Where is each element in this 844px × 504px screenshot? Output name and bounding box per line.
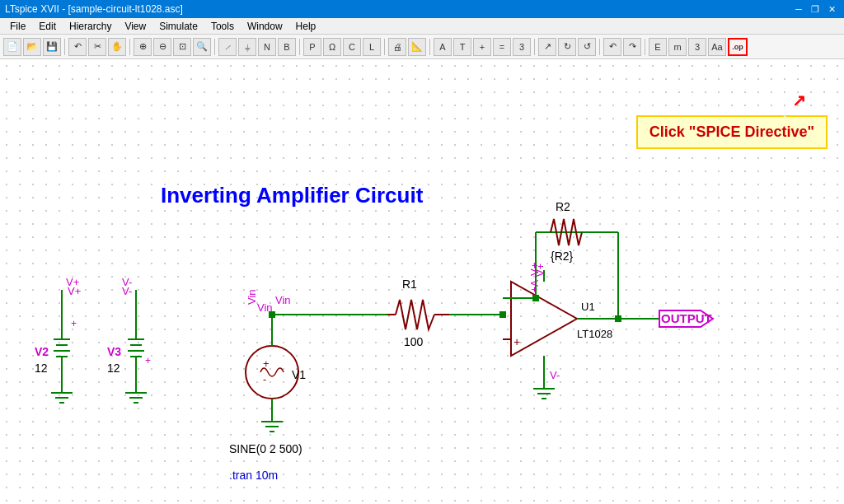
close-button[interactable]: ✕	[824, 2, 839, 16]
svg-text:+: +	[145, 355, 151, 366]
em-button[interactable]: E	[649, 38, 667, 56]
menu-window[interactable]: Window	[241, 19, 289, 34]
svg-text:U1: U1	[581, 301, 595, 313]
spice-tooltip-text: Click "SPICE Directive"	[649, 124, 814, 140]
redo2-button[interactable]: ↷	[623, 38, 641, 56]
svg-text:V+: V+	[68, 285, 81, 297]
svg-text:V3: V3	[107, 345, 121, 358]
svg-text:Vin: Vin	[275, 294, 291, 306]
minimize-button[interactable]: ─	[791, 2, 806, 16]
menu-simulate[interactable]: Simulate	[152, 19, 204, 34]
menu-edit[interactable]: Edit	[32, 19, 63, 34]
svg-text:+: +	[71, 318, 77, 329]
svg-text:12: 12	[35, 362, 48, 375]
svg-text:OUTPUT: OUTPUT	[661, 311, 712, 325]
svg-text:.tran 10m: .tran 10m	[229, 469, 278, 482]
separator-6	[429, 39, 430, 55]
separator-2	[129, 39, 130, 55]
separator-3	[214, 39, 215, 55]
eq-button[interactable]: =	[493, 38, 511, 56]
window-title: LTspice XVII - [sample-circuit-lt1028.as…	[5, 3, 183, 15]
spice-tooltip-balloon: Click "SPICE Directive"	[636, 115, 828, 149]
ind-button[interactable]: L	[363, 38, 381, 56]
bus-button[interactable]: B	[278, 38, 296, 56]
svg-text:V1: V1	[292, 368, 306, 381]
svg-text:12: 12	[107, 362, 120, 375]
zoom-out-button[interactable]: ⊖	[153, 38, 171, 56]
menu-file[interactable]: File	[3, 19, 32, 34]
component-button[interactable]: P	[303, 38, 321, 56]
menu-view[interactable]: View	[118, 19, 152, 34]
arrow-button[interactable]: ↗	[538, 38, 556, 56]
title-bar: LTspice XVII - [sample-circuit-lt1028.as…	[0, 0, 844, 18]
svg-text:Vin: Vin	[246, 289, 258, 305]
svg-text:Vin: Vin	[257, 301, 273, 314]
svg-rect-51	[499, 311, 506, 318]
rotate-button[interactable]: ↻	[558, 38, 576, 56]
zoom-area-button[interactable]: 🔍	[193, 38, 211, 56]
svg-text:R1: R1	[402, 278, 417, 291]
separator-5	[384, 39, 385, 55]
m-button[interactable]: m	[668, 38, 687, 56]
three-button[interactable]: 3	[688, 38, 706, 56]
svg-text:V-: V-	[550, 369, 560, 381]
separator-8	[599, 39, 600, 55]
measure-button[interactable]: 📐	[408, 38, 426, 56]
rotate2-button[interactable]: ↺	[578, 38, 596, 56]
window-controls: ─ ❐ ✕	[791, 2, 839, 16]
open-button[interactable]: 📂	[23, 38, 41, 56]
svg-text:V+: V+	[528, 263, 541, 276]
toolbar: 📄 📂 💾 ↶ ✂ ✋ ⊕ ⊖ ⊡ 🔍 ⟋ ⏚ N B P Ω C L 🖨 📐 …	[0, 35, 844, 59]
svg-text:SINE(0 2 500): SINE(0 2 500)	[229, 442, 302, 455]
svg-marker-52	[511, 282, 577, 356]
num3-button[interactable]: 3	[513, 38, 531, 56]
svg-text:V+: V+	[528, 280, 540, 292]
zoom-in-button[interactable]: ⊕	[134, 38, 152, 56]
undo2-button[interactable]: ↶	[603, 38, 621, 56]
font-button[interactable]: Aa	[708, 38, 726, 56]
menu-tools[interactable]: Tools	[204, 19, 241, 34]
svg-text:+: +	[513, 335, 520, 348]
net-button[interactable]: N	[258, 38, 276, 56]
menu-help[interactable]: Help	[289, 19, 323, 34]
wire-button[interactable]: ⟋	[218, 38, 237, 56]
svg-text:+: +	[263, 357, 270, 370]
spice-directive-button[interactable]: .op	[728, 38, 748, 56]
restore-button[interactable]: ❐	[808, 2, 823, 16]
text-button[interactable]: T	[453, 38, 471, 56]
print-button[interactable]: 🖨	[388, 38, 406, 56]
svg-text:{R2}: {R2}	[551, 250, 574, 263]
undo-button[interactable]: ↶	[68, 38, 87, 56]
cap-button[interactable]: C	[343, 38, 361, 56]
fit-button[interactable]: ⊡	[173, 38, 191, 56]
anchor-button[interactable]: +	[473, 38, 491, 56]
svg-text:-: -	[263, 373, 266, 385]
svg-text:R2: R2	[556, 200, 570, 213]
new-button[interactable]: 📄	[3, 38, 21, 56]
cut-button[interactable]: ✂	[88, 38, 106, 56]
svg-rect-64	[532, 295, 539, 301]
separator-7	[534, 39, 535, 55]
save-button[interactable]: 💾	[43, 38, 61, 56]
svg-point-30	[246, 346, 298, 399]
svg-text:LT1028: LT1028	[577, 328, 612, 340]
menu-hierarchy[interactable]: Hierarchy	[63, 19, 118, 34]
svg-text:V2: V2	[35, 345, 49, 358]
menu-bar: File Edit Hierarchy View Simulate Tools …	[0, 18, 844, 35]
label-button[interactable]: A	[434, 38, 452, 56]
separator-1	[64, 39, 65, 55]
svg-text:V-: V-	[122, 285, 132, 297]
circuit-canvas[interactable]: Inverting Amplifier Circuit Click "SPICE…	[0, 59, 844, 504]
separator-9	[645, 39, 645, 55]
svg-text:100: 100	[404, 335, 424, 348]
ground-button[interactable]: ⏚	[238, 38, 256, 56]
separator-4	[299, 39, 300, 55]
hand-button[interactable]: ✋	[108, 38, 126, 56]
resistor-button[interactable]: Ω	[323, 38, 341, 56]
